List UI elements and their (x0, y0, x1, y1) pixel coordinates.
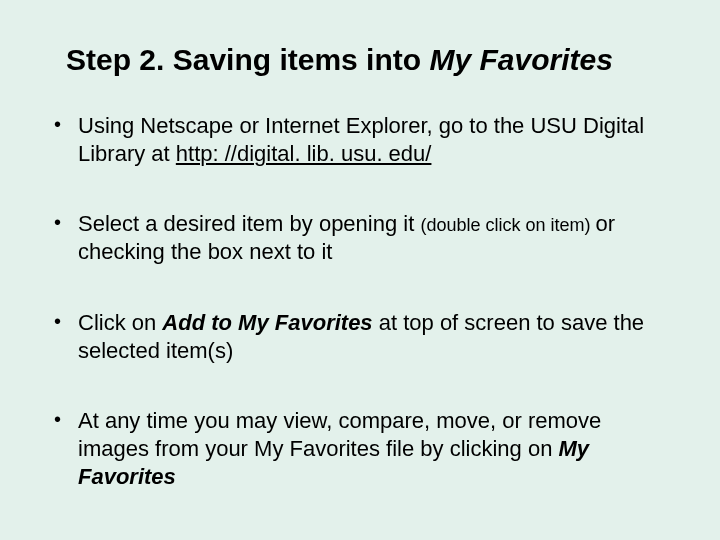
bullet-list: Using Netscape or Internet Explorer, go … (48, 112, 672, 491)
url-link[interactable]: http: //digital. lib. usu. edu/ (176, 141, 432, 166)
bullet-text: Select a desired item by opening it (78, 211, 420, 236)
list-item: Using Netscape or Internet Explorer, go … (48, 112, 672, 168)
list-item: Select a desired item by opening it (dou… (48, 210, 672, 266)
list-item: At any time you may view, compare, move,… (48, 407, 672, 491)
list-item: Click on Add to My Favorites at top of s… (48, 309, 672, 365)
bullet-parenthetical: (double click on item) (420, 215, 595, 235)
slide: Step 2. Saving items into My Favorites U… (0, 0, 720, 540)
title-emphasis: My Favorites (429, 43, 612, 76)
bullet-text: Click on (78, 310, 162, 335)
title-prefix: Step 2. Saving items into (66, 43, 429, 76)
bullet-text: At any time you may view, compare, move,… (78, 408, 601, 461)
slide-title: Step 2. Saving items into My Favorites (66, 42, 672, 78)
bullet-emphasis: Add to My Favorites (162, 310, 372, 335)
